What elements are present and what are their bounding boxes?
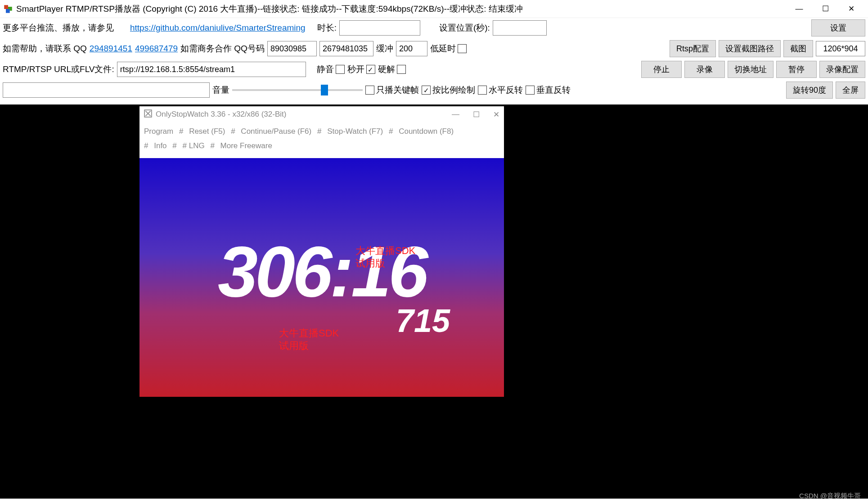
hw-decode-label: 硬解 [378, 64, 395, 75]
stopwatch-app-icon [144, 109, 152, 120]
menu-reset[interactable]: Reset (F5) [189, 127, 225, 136]
mute-label: 静音 [317, 64, 334, 75]
hflip-checkbox[interactable] [478, 86, 487, 95]
pause-button[interactable]: 暂停 [776, 61, 817, 78]
minimize-button[interactable]: — [786, 0, 812, 18]
biz-qq-1-input[interactable] [267, 41, 317, 56]
fast-open-checkbox[interactable]: ✓ [366, 65, 375, 74]
set-position-label: 设置位置(秒): [439, 22, 490, 34]
record-config-button[interactable]: 录像配置 [819, 61, 865, 78]
qq-link-1[interactable]: 294891451 [90, 44, 132, 54]
footer-watermark: CSDN @音视频牛哥 [799, 492, 861, 499]
screenshot-path-button[interactable]: 设置截图路径 [719, 40, 781, 57]
toolbar: 更多平台推流、播放，请参见 https://github.com/daniuli… [0, 18, 868, 103]
record-button[interactable]: 录像 [684, 61, 725, 78]
volume-slider[interactable] [232, 85, 363, 95]
low-latency-label: 低延时 [430, 43, 456, 54]
close-button[interactable]: ✕ [838, 0, 864, 18]
low-latency-checkbox[interactable] [458, 44, 467, 53]
menu-sep: # [172, 141, 176, 150]
stopwatch-menu: Program # Reset (F5) # Continue/Pause (F… [139, 123, 504, 158]
url-input[interactable] [117, 62, 306, 77]
set-position-input[interactable] [493, 20, 547, 36]
menu-countdown[interactable]: Countdown (F8) [399, 127, 454, 136]
hw-decode-checkbox[interactable] [397, 65, 406, 74]
rtsp-config-button[interactable]: Rtsp配置 [670, 40, 716, 57]
app-icon [4, 5, 13, 14]
biz-label: 如需商务合作 QQ号码 [180, 43, 265, 54]
stopwatch-title: OnlyStopWatch 3.36 - x32/x86 (32-Bit) [156, 110, 452, 119]
stop-button[interactable]: 停止 [641, 61, 682, 78]
stopwatch-minimize-button[interactable]: — [452, 110, 459, 119]
menu-sep: # [317, 127, 321, 136]
stopwatch-maximize-button[interactable]: ☐ [473, 110, 480, 119]
biz-qq-2-input[interactable] [319, 41, 373, 56]
stopwatch-display: 306:16 715 大牛直播SDK试用版 大牛直播SDK试用版 [139, 158, 504, 397]
stopwatch-close-button[interactable]: ✕ [493, 110, 499, 119]
switch-address-button[interactable]: 切换地址 [728, 61, 774, 78]
watermark-1: 大牛直播SDK试用版 [355, 245, 415, 270]
svg-rect-0 [4, 5, 8, 9]
volume-label: 音量 [212, 84, 229, 96]
stopwatch-titlebar: OnlyStopWatch 3.36 - x32/x86 (32-Bit) — … [139, 106, 504, 123]
help-label: 如需帮助，请联系 QQ [3, 43, 87, 54]
rotate-button[interactable]: 旋转90度 [786, 82, 833, 99]
menu-sep: # [210, 141, 214, 150]
menu-info[interactable]: Info [154, 141, 166, 150]
github-link[interactable]: https://github.com/daniulive/SmarterStre… [130, 23, 306, 33]
row-3: RTMP/RTSP URL或FLV文件: 静音 秒开 ✓ 硬解 停止 录像 切换… [3, 60, 865, 78]
qq-link-2[interactable]: 499687479 [135, 44, 178, 54]
window-buttons: — ☐ ✕ [786, 0, 864, 18]
more-platforms-label: 更多平台推流、播放，请参见 [3, 22, 114, 34]
vflip-checkbox[interactable] [526, 86, 535, 95]
duration-label: 时长: [317, 22, 337, 34]
row-4: 音量 只播关键帧 ✓ 按比例绘制 水平反转 垂直反转 旋转90度 全屏 [3, 81, 865, 99]
settings-button[interactable]: 设置 [811, 19, 865, 36]
buffer-input[interactable] [396, 41, 427, 56]
titlebar-text: SmartPlayer RTMP/RTSP播放器 (Copyright (C) … [16, 3, 786, 15]
watermark-2: 大牛直播SDK试用版 [279, 327, 339, 353]
video-area: OnlyStopWatch 3.36 - x32/x86 (32-Bit) — … [0, 104, 868, 499]
fast-open-label: 秒开 [347, 64, 364, 75]
menu-sep: # [231, 127, 235, 136]
row-1: 更多平台推流、播放，请参见 https://github.com/daniuli… [3, 19, 865, 37]
menu-continue[interactable]: Continue/Pause (F6) [241, 127, 311, 136]
timer-main: 306:16 [139, 230, 504, 313]
menu-program[interactable]: Program [144, 127, 173, 136]
menu-more[interactable]: More Freeware [220, 141, 272, 150]
maximize-button[interactable]: ☐ [812, 0, 838, 18]
menu-lng[interactable]: # LNG [183, 141, 205, 150]
url-label: RTMP/RTSP URL或FLV文件: [3, 64, 114, 75]
titlebar: SmartPlayer RTMP/RTSP播放器 (Copyright (C) … [0, 0, 868, 18]
fullscreen-button[interactable]: 全屏 [836, 82, 865, 99]
buffer-label: 缓冲 [376, 43, 393, 54]
blank-input[interactable] [3, 82, 210, 98]
hflip-label: 水平反转 [489, 84, 523, 96]
keyframe-only-label: 只播关键帧 [376, 84, 419, 96]
menu-stopwatch[interactable]: Stop-Watch (F7) [327, 127, 383, 136]
menu-sep: # [389, 127, 393, 136]
menu-sep: # [144, 141, 148, 150]
scale-draw-checkbox[interactable]: ✓ [422, 86, 431, 95]
resolution-input[interactable] [816, 41, 865, 56]
duration-input[interactable] [339, 20, 420, 36]
vflip-label: 垂直反转 [536, 84, 571, 96]
row-2: 如需帮助，请联系 QQ 294891451 499687479 如需商务合作 Q… [3, 40, 865, 58]
stopwatch-window: OnlyStopWatch 3.36 - x32/x86 (32-Bit) — … [139, 106, 504, 397]
scale-draw-label: 按比例绘制 [432, 84, 475, 96]
timer-sub: 715 [396, 302, 450, 339]
mute-checkbox[interactable] [336, 65, 345, 74]
screenshot-button[interactable]: 截图 [783, 40, 813, 57]
svg-rect-2 [6, 9, 10, 13]
menu-sep: # [179, 127, 183, 136]
keyframe-only-checkbox[interactable] [365, 86, 374, 95]
